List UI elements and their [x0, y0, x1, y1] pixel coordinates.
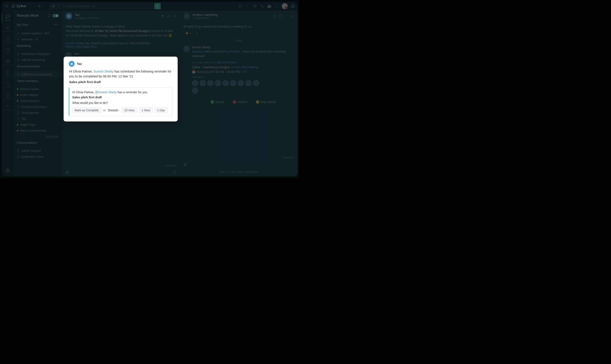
svg-point-31: [72, 64, 72, 64]
reminder-card: Hi Olivia Palmer, @Suresh Shetty has a r…: [69, 87, 173, 116]
svg-rect-29: [71, 63, 73, 65]
modal-sender: Taz: [77, 62, 82, 65]
bot-avatar-icon: [69, 61, 75, 67]
snooze-1day-button[interactable]: 1 Day: [155, 107, 167, 113]
snooze-15mins-button[interactable]: 15 mins: [122, 107, 137, 113]
mark-complete-button[interactable]: Mark as Complete: [72, 107, 101, 113]
snooze-1hour-button[interactable]: 1 Hour: [139, 107, 153, 113]
reminder-modal: Taz Hi Olivia Palmer, Suresh Shetty has …: [64, 57, 178, 122]
modal-overlay: Taz Hi Olivia Palmer, Suresh Shetty has …: [0, 0, 299, 178]
modal-message: Hi Olivia Palmer, Suresh Shetty has sche…: [69, 69, 173, 85]
